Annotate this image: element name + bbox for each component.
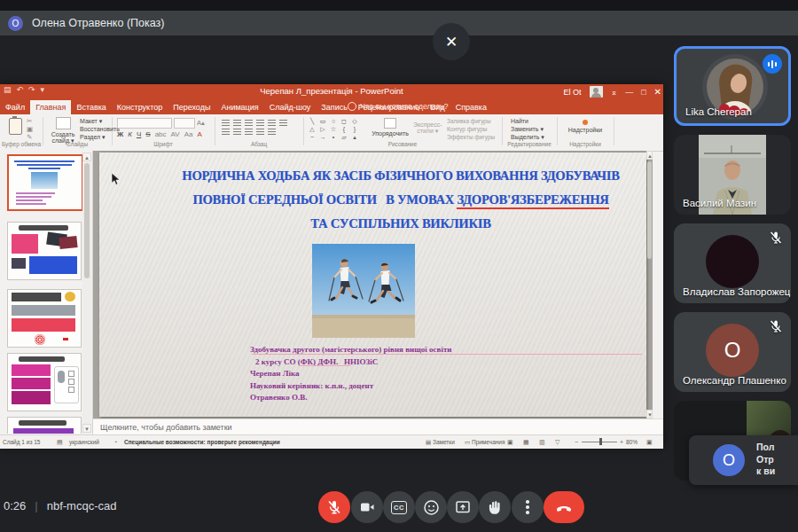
cut-icon[interactable]: ✂ <box>27 117 32 125</box>
section-button[interactable]: Раздел ▾ <box>80 134 106 141</box>
strikethrough-button[interactable]: S <box>145 130 150 138</box>
underline-button[interactable]: Ч <box>137 130 141 138</box>
ribbon-options-icon[interactable]: ⌅ <box>611 88 618 97</box>
view-slideshow-icon[interactable]: ▽ <box>555 439 559 446</box>
select-button[interactable]: Выделить ▾ <box>511 134 544 141</box>
tab-file[interactable]: Файл <box>0 100 30 114</box>
view-reading-icon[interactable]: ▥ <box>539 439 545 446</box>
present-button[interactable] <box>447 491 479 523</box>
camera-toggle-button[interactable] <box>351 491 383 523</box>
fit-window-icon[interactable]: ▣ <box>646 439 653 446</box>
addin-icon <box>583 120 588 125</box>
minimize-button[interactable]: — <box>625 88 633 97</box>
hand-icon <box>487 499 503 515</box>
tab-slideshow[interactable]: Слайд-шоу <box>264 100 317 114</box>
reset-button[interactable]: Восстановить <box>80 126 120 132</box>
ribbon: ✂ ▣ ✎ Буфер обмена Создатьслайд ▾ Макет … <box>0 114 663 152</box>
thumbnail-scrollbar[interactable]: ▲ ▼ <box>82 153 91 433</box>
paste-button[interactable] <box>9 118 22 135</box>
tab-transitions[interactable]: Переходы <box>168 100 215 114</box>
arrange-button[interactable]: Упорядочить <box>371 118 410 137</box>
more-options-button[interactable] <box>512 491 544 523</box>
mic-off-icon <box>769 231 783 245</box>
spellcheck-icon[interactable]: ▤ <box>57 439 63 446</box>
tell-me-search[interactable]: Что вы хотите сделать? <box>348 102 449 111</box>
slide-canvas[interactable]: НОРДИЧНА ХОДЬБА ЯК ЗАСІБ ФІЗИЧНОГО ВИХОВ… <box>99 153 646 417</box>
account-initials: El Ot <box>564 88 582 97</box>
meeting-info: 0:26 | nbf-mcqc-cad <box>4 499 116 512</box>
scroll-down-icon[interactable]: ▼ <box>646 410 653 419</box>
language-indicator[interactable]: украинский <box>69 439 99 445</box>
tab-insert[interactable]: Вставка <box>71 100 111 114</box>
slide-thumbnail-5[interactable] <box>7 417 82 434</box>
layout-button[interactable]: Макет ▾ <box>80 118 102 125</box>
slide-thumbnail-3[interactable] <box>7 289 82 348</box>
clear-format-icon[interactable]: abc <box>155 130 167 138</box>
char-spacing-icon[interactable]: AV <box>171 130 180 138</box>
scroll-up-icon[interactable]: ▲ <box>82 153 91 161</box>
zoom-slider-thumb[interactable] <box>599 438 602 445</box>
slide-thumbnail-4[interactable] <box>7 353 82 411</box>
accessibility-status[interactable]: Специальные возможности: проверьте реком… <box>124 439 280 445</box>
comments-toggle[interactable]: ▭ Примечания <box>465 439 505 446</box>
tab-animations[interactable]: Анимация <box>215 100 263 114</box>
font-name-select[interactable] <box>117 118 172 129</box>
slide-thumbnail-2[interactable] <box>7 222 82 280</box>
presenter-avatar: О <box>8 16 23 31</box>
end-call-button[interactable] <box>544 491 584 523</box>
tab-home[interactable]: Главная <box>30 100 71 114</box>
toast-text: Пол Отр к ви <box>756 442 775 478</box>
shape-outline-button[interactable]: Контур фигуры <box>447 126 487 132</box>
shape-effects-button[interactable]: Эффекты фигуры <box>447 134 495 140</box>
google-meet-window: О Олена Отравенко (Показ) ✕ ▤ ↶ ↷ ▾ Чере… <box>0 0 798 532</box>
zoom-in-icon[interactable]: + <box>620 439 623 445</box>
mic-toggle-button[interactable] <box>318 491 350 523</box>
slide-title: НОРДИЧНА ХОДЬБА ЯК ЗАСІБ ФІЗИЧНОГО ВИХОВ… <box>161 164 640 236</box>
bold-button[interactable]: Ж <box>117 130 123 138</box>
raise-hand-button[interactable] <box>479 491 511 523</box>
copy-icon[interactable]: ▣ <box>27 125 33 133</box>
participant-tile-oleksandr[interactable]: О Олександр Плашенко <box>674 312 791 392</box>
captions-button[interactable]: CC <box>383 491 415 523</box>
font-color-icon[interactable]: A <box>197 130 201 138</box>
grow-font-icon[interactable]: A▴ <box>197 119 205 127</box>
shape-fill-button[interactable]: Заливка фигуры <box>447 118 491 124</box>
accessibility-icon: ◔ <box>113 439 117 445</box>
zoom-out-icon[interactable]: − <box>575 439 578 445</box>
camera-icon <box>359 499 375 515</box>
quick-styles-button[interactable]: Экспресс-стили ▾ <box>413 121 442 135</box>
scroll-up-icon[interactable]: ▲ <box>646 151 653 160</box>
ribbon-tab-bar: Файл Главная Вставка Конструктор Переход… <box>0 99 663 114</box>
shapes-gallery[interactable]: ╲▭○◻◇ △▷☆{} ~→•▱▴ <box>307 117 365 141</box>
change-case-icon[interactable]: Aa <box>184 130 193 138</box>
participant-tile-lika[interactable]: Lika Cherepan <box>674 46 791 126</box>
close-window-button[interactable]: ✕ <box>654 87 661 97</box>
tab-help[interactable]: Справка <box>450 100 492 114</box>
slide-editing-area: НОРДИЧНА ХОДЬБА ЯК ЗАСІБ ФІЗИЧНОГО ВИХОВ… <box>93 151 653 419</box>
notes-toggle[interactable]: ▤ Заметки <box>426 439 455 446</box>
format-painter-icon[interactable]: ✎ <box>27 133 32 141</box>
reactions-button[interactable] <box>415 491 447 523</box>
tab-design[interactable]: Конструктор <box>112 100 168 114</box>
addins-button[interactable]: Надстройки <box>564 118 606 133</box>
spellcheck-line <box>252 354 642 355</box>
find-button[interactable]: Найти <box>511 118 528 124</box>
participant-tile-vasiliy[interactable]: Василий Мазин <box>674 135 791 215</box>
italic-button[interactable]: К <box>128 130 132 138</box>
participant-tile-vladislav[interactable]: Владислав Запорожец <box>674 223 791 303</box>
mic-off-icon <box>326 499 342 515</box>
participant-name: Василий Мазин <box>683 198 756 208</box>
maximize-button[interactable]: □ <box>641 88 645 97</box>
replace-button[interactable]: Заменить ▾ <box>511 126 544 133</box>
scroll-down-icon[interactable]: ▼ <box>82 424 91 433</box>
view-normal-icon[interactable]: ▣ <box>507 439 513 446</box>
slide-thumbnail-1[interactable] <box>7 154 83 211</box>
paragraph-group[interactable] <box>220 119 300 137</box>
notes-pane[interactable]: Щелкните, чтобы добавить заметки <box>93 419 663 435</box>
view-sorter-icon[interactable]: ▦ <box>523 439 529 446</box>
close-presentation-button[interactable]: ✕ <box>433 23 470 60</box>
account-avatar[interactable] <box>590 86 603 98</box>
slide-scrollbar[interactable]: ▲ ▼ <box>646 151 653 419</box>
zoom-level[interactable]: 80% <box>626 439 638 445</box>
font-size-select[interactable] <box>174 118 195 129</box>
